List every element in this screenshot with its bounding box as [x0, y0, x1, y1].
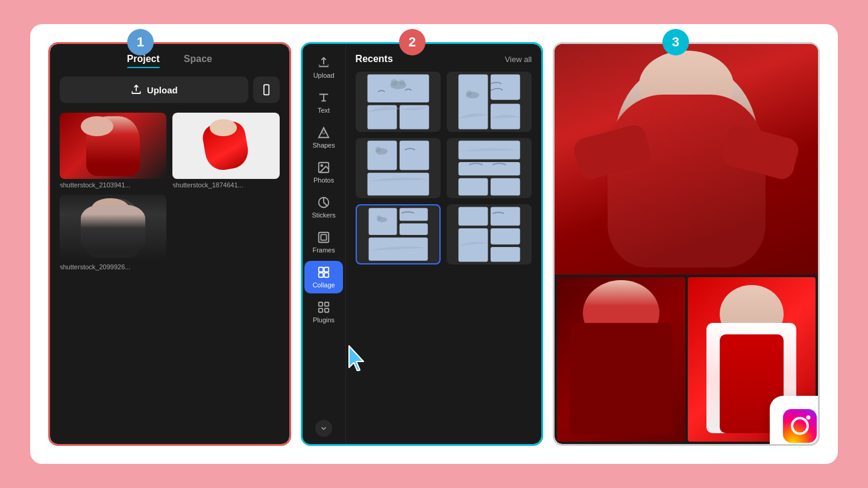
photo-grid: shutterstock_2103941... shutterstock_187… [60, 113, 280, 271]
svg-point-24 [399, 80, 404, 85]
svg-rect-25 [458, 74, 488, 129]
list-item[interactable]: shutterstock_2099926... [60, 195, 166, 271]
recents-title: Recents [356, 54, 393, 64]
svg-rect-31 [399, 140, 429, 170]
sidebar-shapes-label: Shapes [312, 142, 335, 149]
photo-caption-1: shutterstock_2103941... [60, 181, 166, 189]
svg-rect-26 [491, 74, 520, 99]
svg-rect-16 [325, 302, 329, 306]
svg-rect-10 [321, 234, 326, 240]
svg-rect-38 [491, 178, 520, 196]
svg-rect-46 [491, 207, 520, 225]
text-icon [317, 91, 330, 104]
svg-rect-40 [399, 208, 427, 221]
panel1: Project Space Upload [50, 44, 289, 444]
svg-rect-37 [458, 178, 488, 196]
panel1-wrapper: 1 Project Space Upload [48, 42, 291, 446]
collage-template-6[interactable] [447, 204, 532, 264]
svg-rect-12 [324, 267, 329, 272]
svg-rect-45 [458, 207, 488, 225]
sidebar-upload-label: Upload [313, 72, 335, 79]
panels-wrapper: 1 Project Space Upload [48, 42, 820, 446]
panel3-wrapper: 3 [553, 42, 820, 446]
collage-grid [356, 72, 532, 264]
svg-point-29 [467, 90, 472, 96]
collage-icon [317, 266, 330, 279]
bottom-left-image [557, 277, 685, 442]
svg-point-34 [375, 146, 380, 152]
sidebar-item-frames[interactable]: Frames [304, 226, 343, 258]
outer-container: 1 Project Space Upload [30, 24, 838, 464]
svg-rect-15 [319, 302, 322, 306]
shapes-icon [317, 126, 330, 139]
panel3-canvas [555, 44, 818, 444]
tab-project[interactable]: Project [127, 54, 160, 67]
photo-thumbnail-1 [60, 113, 166, 179]
sidebar-stickers-label: Stickers [312, 211, 336, 219]
panel1-tabs: Project Space [60, 54, 280, 67]
frames-icon [317, 231, 330, 244]
panel2-wrapper: 2 Upload [301, 42, 544, 446]
svg-rect-50 [783, 409, 817, 443]
list-item[interactable]: shutterstock_2103941... [60, 113, 166, 189]
view-all-link[interactable]: View all [505, 55, 532, 64]
step-badge-2: 2 [399, 29, 426, 55]
photo-caption-3: shutterstock_2099926... [60, 263, 166, 271]
svg-point-53 [807, 416, 811, 420]
svg-rect-36 [458, 162, 520, 175]
svg-rect-48 [491, 228, 520, 245]
svg-rect-11 [319, 267, 323, 272]
sidebar-item-photos[interactable]: Photos [304, 156, 343, 189]
device-icon [260, 84, 272, 96]
upload-label: Upload [147, 85, 178, 95]
upload-sidebar-icon [317, 56, 330, 69]
step-badge-1: 1 [127, 29, 154, 55]
svg-rect-17 [319, 308, 322, 312]
collage-template-3[interactable] [356, 138, 441, 198]
panel1-border: Project Space Upload [48, 42, 291, 446]
svg-rect-30 [367, 140, 397, 170]
svg-rect-9 [319, 233, 329, 243]
sidebar-item-shapes[interactable]: Shapes [304, 121, 343, 154]
tab-space[interactable]: Space [184, 54, 212, 67]
upload-button[interactable]: Upload [60, 77, 248, 103]
svg-point-5 [322, 130, 326, 134]
collage-template-1[interactable] [356, 72, 441, 132]
svg-rect-0 [263, 85, 268, 95]
sidebar-item-upload[interactable]: Upload [304, 51, 343, 84]
sidebar-item-stickers[interactable]: Stickers [304, 191, 343, 224]
plugins-icon [317, 301, 330, 314]
svg-rect-13 [319, 273, 323, 277]
sidebar-plugins-label: Plugins [313, 316, 335, 324]
svg-rect-41 [399, 224, 427, 235]
main-photo [555, 44, 818, 275]
svg-rect-32 [367, 173, 429, 196]
bottom-left-photo [557, 277, 685, 442]
sidebar-photos-label: Photos [313, 177, 334, 184]
panel2-border: Upload Text [301, 42, 544, 446]
svg-point-44 [376, 216, 380, 220]
collage-template-5[interactable] [356, 204, 441, 264]
sidebar: Upload Text [303, 44, 346, 444]
panel3-border [553, 42, 820, 446]
stickers-icon [317, 196, 330, 209]
collage-template-4[interactable] [447, 138, 532, 198]
upload-row: Upload [60, 77, 280, 103]
svg-rect-14 [324, 273, 329, 277]
sidebar-item-collage[interactable]: Collage [304, 261, 343, 293]
svg-point-7 [321, 164, 322, 166]
sidebar-item-text[interactable]: Text [304, 86, 343, 119]
recents-header: Recents View all [356, 54, 532, 64]
collage-template-2[interactable] [447, 72, 532, 132]
upload-icon [130, 84, 142, 96]
device-button[interactable] [253, 77, 280, 103]
sidebar-more-button[interactable] [315, 420, 332, 437]
sidebar-item-plugins[interactable]: Plugins [304, 296, 343, 328]
step-badge-3: 3 [662, 29, 689, 55]
photo-caption-2: shutterstock_1874641... [172, 181, 279, 189]
instagram-icon [781, 407, 819, 445]
svg-point-23 [391, 79, 397, 86]
list-item[interactable]: shutterstock_1874641... [172, 113, 279, 189]
photo-thumbnail-3 [60, 195, 166, 261]
sidebar-text-label: Text [318, 107, 330, 114]
